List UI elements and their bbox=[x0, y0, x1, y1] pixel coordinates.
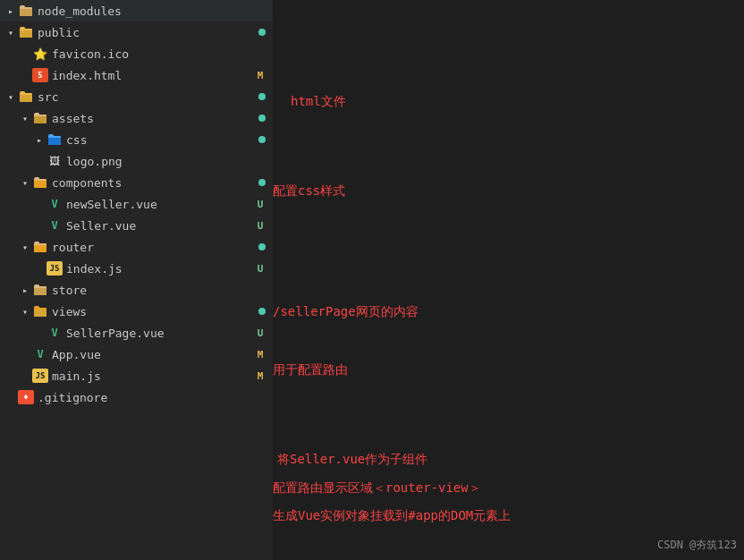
chevron-empty bbox=[18, 68, 32, 82]
chevron-empty bbox=[32, 154, 46, 168]
chevron-empty bbox=[32, 261, 46, 276]
file-badge: M bbox=[255, 370, 266, 382]
tree-item-components[interactable]: components bbox=[0, 172, 273, 193]
tree-item-router[interactable]: router bbox=[0, 236, 273, 258]
chevron-open-icon bbox=[4, 89, 18, 104]
tree-item-gitignore[interactable]: ♦ .gitignore bbox=[0, 386, 273, 408]
chevron-empty bbox=[32, 218, 46, 233]
file-label: components bbox=[52, 176, 258, 190]
file-label: Seller.vue bbox=[66, 219, 251, 233]
watermark: CSDN @夯筑123 bbox=[657, 538, 737, 553]
file-label: src bbox=[38, 90, 258, 104]
file-badge: U bbox=[255, 327, 266, 339]
tree-item-newSeller[interactable]: V newSeller.vue U bbox=[0, 193, 273, 215]
chevron-closed-icon bbox=[18, 283, 32, 297]
chevron-empty bbox=[32, 197, 46, 211]
modified-dot bbox=[258, 308, 266, 315]
file-label: router bbox=[52, 241, 258, 254]
file-label: favicon.ico bbox=[52, 47, 266, 61]
file-badge: M bbox=[255, 70, 266, 81]
chevron-empty bbox=[18, 47, 32, 61]
file-badge: U bbox=[255, 220, 266, 232]
tree-item-logo-png[interactable]: 🖼 logo.png bbox=[0, 150, 273, 172]
file-label: assets bbox=[52, 112, 258, 125]
file-label: logo.png bbox=[66, 155, 266, 168]
chevron-closed-icon bbox=[32, 132, 46, 147]
main-content: CSDN @夯筑123 html文件配置css样式/sellerPage网页的内… bbox=[273, 0, 744, 560]
ann-subcomp: 将Seller.vue作为子组件 bbox=[277, 452, 427, 468]
modified-dot bbox=[258, 93, 266, 100]
file-label: node_modules bbox=[38, 4, 266, 18]
tree-item-css[interactable]: css bbox=[0, 129, 273, 150]
ann-css: 配置css样式 bbox=[273, 183, 345, 199]
file-badge: U bbox=[255, 199, 266, 210]
tree-item-src[interactable]: src bbox=[0, 86, 273, 107]
tree-item-assets[interactable]: assets bbox=[0, 107, 273, 129]
chevron-empty bbox=[18, 347, 32, 361]
file-badge: M bbox=[255, 349, 266, 361]
file-label: newSeller.vue bbox=[66, 198, 251, 211]
chevron-open-icon bbox=[18, 175, 32, 190]
modified-dot bbox=[258, 136, 266, 143]
chevron-empty bbox=[4, 390, 18, 404]
chevron-open-icon bbox=[18, 304, 32, 318]
tree-item-node_modules[interactable]: node_modules bbox=[0, 0, 273, 21]
modified-dot bbox=[258, 29, 266, 36]
modified-dot bbox=[258, 115, 266, 122]
ann-router: 用于配置路由 bbox=[273, 362, 348, 378]
chevron-open-icon bbox=[18, 111, 32, 125]
tree-item-main-js[interactable]: JS main.js M bbox=[0, 365, 273, 386]
tree-item-sellerPage[interactable]: V SellerPage.vue U bbox=[0, 322, 273, 344]
file-label: views bbox=[52, 305, 258, 318]
tree-item-store[interactable]: store bbox=[0, 279, 273, 301]
ann-html: html文件 bbox=[291, 94, 346, 110]
modified-dot bbox=[258, 179, 266, 186]
file-label: .gitignore bbox=[38, 391, 266, 404]
file-label: public bbox=[38, 26, 258, 39]
tree-item-app-vue[interactable]: V App.vue M bbox=[0, 344, 273, 365]
ann-seller: /sellerPage网页的内容 bbox=[273, 304, 418, 320]
file-label: store bbox=[52, 284, 266, 297]
ann-routerview: 配置路由显示区域＜router-view＞ bbox=[273, 480, 481, 496]
file-label: css bbox=[66, 133, 258, 147]
chevron-open-icon bbox=[18, 240, 32, 254]
tree-item-index-html[interactable]: 5 index.html M bbox=[0, 64, 273, 86]
tree-item-views[interactable]: views bbox=[0, 301, 273, 322]
chevron-closed-icon bbox=[4, 4, 18, 18]
tree-item-favicon[interactable]: ⭐ favicon.ico bbox=[0, 43, 273, 64]
file-label: index.js bbox=[66, 262, 251, 276]
file-label: index.html bbox=[52, 69, 251, 82]
chevron-empty bbox=[18, 369, 32, 383]
tree-item-public[interactable]: public bbox=[0, 21, 273, 43]
modified-dot bbox=[258, 243, 266, 250]
file-label: App.vue bbox=[52, 348, 251, 361]
ann-mount: 生成Vue实例对象挂载到#app的DOM元素上 bbox=[273, 508, 511, 524]
file-label: SellerPage.vue bbox=[66, 327, 251, 340]
file-explorer: node_modules public ⭐ favicon.ico 5 inde… bbox=[0, 0, 273, 560]
tree-item-seller[interactable]: V Seller.vue U bbox=[0, 215, 273, 236]
file-tree: node_modules public ⭐ favicon.ico 5 inde… bbox=[0, 0, 273, 408]
file-label: main.js bbox=[52, 369, 251, 383]
file-badge: U bbox=[255, 263, 266, 275]
tree-item-router-index[interactable]: JS index.js U bbox=[0, 258, 273, 279]
chevron-empty bbox=[32, 326, 46, 340]
chevron-open-icon bbox=[4, 25, 18, 39]
